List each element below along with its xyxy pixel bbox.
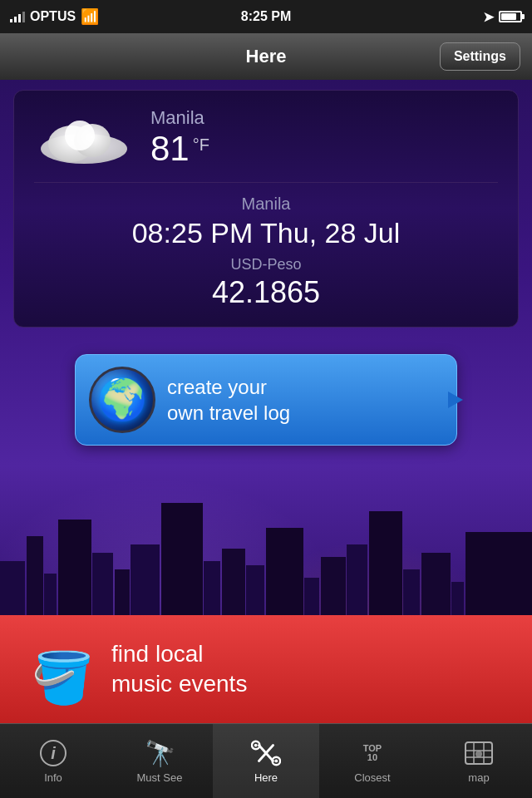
weather-datetime: 08:25 PM Thu, 28 Jul xyxy=(34,217,498,249)
battery-icon xyxy=(499,11,522,22)
weather-top-row: Manila 81 °F xyxy=(34,107,498,169)
battery-fill xyxy=(501,13,516,20)
find-events-button[interactable]: 🪣 find local music events xyxy=(0,615,532,723)
weather-currency-label: USD-Peso xyxy=(34,256,498,273)
bucket-icon: 🪣 xyxy=(25,636,100,719)
tab-info[interactable]: i Info xyxy=(0,724,106,798)
tab-bar: i Info 🔭 Must See Here TOP10 Closest xyxy=(0,723,532,798)
weather-city: Manila xyxy=(150,107,209,129)
tab-closest[interactable]: TOP10 Closest xyxy=(319,724,426,798)
map-icon xyxy=(464,738,494,768)
weather-currency-value: 42.1865 xyxy=(34,275,498,310)
weather-temp: 81 °F xyxy=(150,129,209,169)
info-icon: i xyxy=(38,738,68,768)
cloud-icon xyxy=(34,109,134,167)
location-icon: ➤ xyxy=(483,9,494,25)
tab-must-see-label: Must See xyxy=(137,771,183,784)
tab-map[interactable]: map xyxy=(426,724,532,798)
weather-temp-unit: °F xyxy=(193,135,209,155)
binoculars-icon: 🔭 xyxy=(145,738,175,768)
top10-icon: TOP10 xyxy=(357,738,387,768)
tab-map-label: map xyxy=(468,771,489,784)
tab-closest-label: Closest xyxy=(354,771,390,784)
status-bar: OPTUS 📶 8:25 PM ➤ xyxy=(0,0,532,33)
tab-here-label: Here xyxy=(254,771,278,784)
settings-button[interactable]: Settings xyxy=(440,42,520,71)
main-content: Manila 81 °F Manila 08:25 PM Thu, 28 Jul… xyxy=(0,80,532,723)
weather-detail-city: Manila xyxy=(34,195,498,214)
scissors-icon xyxy=(251,738,281,768)
weather-divider xyxy=(34,182,498,183)
find-events-text: find local music events xyxy=(111,639,247,700)
weather-card: Manila 81 °F Manila 08:25 PM Thu, 28 Jul… xyxy=(13,90,519,328)
nav-bar: Here Settings xyxy=(0,33,532,80)
svg-point-3 xyxy=(65,121,95,150)
city-skyline xyxy=(0,495,532,628)
status-right: ➤ xyxy=(483,9,522,25)
tab-here[interactable]: Here xyxy=(213,724,319,798)
svg-point-15 xyxy=(475,751,482,757)
wifi-icon: 📶 xyxy=(81,7,99,26)
tab-must-see[interactable]: 🔭 Must See xyxy=(106,724,213,798)
status-time: 8:25 PM xyxy=(241,9,291,24)
status-left: OPTUS 📶 xyxy=(10,7,99,26)
globe-icon xyxy=(89,367,155,433)
nav-title: Here xyxy=(246,46,287,67)
svg-point-8 xyxy=(254,744,258,747)
signal-bars xyxy=(10,11,25,22)
carrier-label: OPTUS xyxy=(30,9,76,24)
travel-log-button[interactable]: create your own travel log xyxy=(75,354,457,446)
svg-point-9 xyxy=(274,760,278,763)
weather-temp-info: Manila 81 °F xyxy=(150,107,209,169)
tab-info-label: Info xyxy=(44,771,62,784)
travel-log-text: create your own travel log xyxy=(167,374,290,426)
